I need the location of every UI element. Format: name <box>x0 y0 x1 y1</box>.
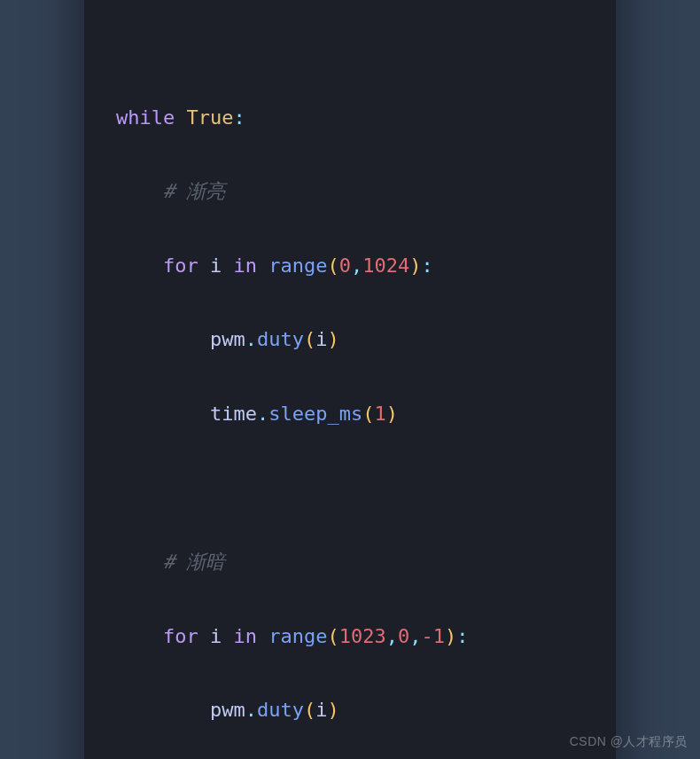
number: 1023 <box>339 625 386 647</box>
paren: ( <box>304 328 315 350</box>
space <box>175 106 186 129</box>
paren: ) <box>327 699 338 721</box>
code-block: pwm = PWM(Pin(1),freq = 1000) while True… <box>116 0 584 759</box>
paren: ) <box>327 328 338 350</box>
code-line: pwm.duty(i) <box>116 692 584 729</box>
number: 1024 <box>362 254 409 277</box>
number: 0 <box>398 625 409 647</box>
keyword: in <box>233 254 257 277</box>
identifier: i <box>315 328 327 350</box>
identifier: i <box>210 625 222 647</box>
paren: ( <box>304 699 315 721</box>
colon: : <box>233 106 245 129</box>
code-line: for i in range(1023,0,-1): <box>116 618 584 655</box>
colon: : <box>456 625 468 647</box>
watermark: CSDN @人才程序员 <box>570 734 688 750</box>
identifier: i <box>315 699 327 721</box>
keyword: for <box>163 254 198 277</box>
comma: , <box>351 254 362 277</box>
identifier: pwm <box>210 328 245 350</box>
dot: . <box>257 403 268 425</box>
paren: ) <box>409 254 421 277</box>
code-window: pwm = PWM(Pin(1),freq = 1000) while True… <box>84 0 616 759</box>
dot: . <box>245 328 257 350</box>
function-call: range <box>268 625 327 647</box>
number: -1 <box>421 625 445 647</box>
identifier: time <box>210 403 257 425</box>
identifier: i <box>210 254 222 277</box>
number: 1 <box>374 403 385 425</box>
colon: : <box>421 254 432 277</box>
paren: ( <box>327 625 338 647</box>
paren: ( <box>362 403 374 425</box>
blank-line <box>116 25 584 62</box>
keyword: in <box>233 625 257 647</box>
comment: # 渐亮 <box>163 180 226 202</box>
boolean: True <box>186 106 233 129</box>
code-line: # 渐亮 <box>116 173 584 210</box>
identifier: pwm <box>210 699 245 721</box>
comma: , <box>386 625 398 647</box>
code-line: while True: <box>116 99 584 137</box>
method: duty <box>257 328 304 350</box>
blank-line <box>116 470 584 507</box>
code-line: time.sleep_ms(1) <box>116 395 584 433</box>
paren: ) <box>386 403 398 425</box>
code-line: pwm.duty(i) <box>116 321 584 358</box>
comma: , <box>409 625 421 647</box>
paren: ) <box>445 625 456 647</box>
keyword: while <box>116 106 175 129</box>
code-line: for i in range(0,1024): <box>116 247 584 285</box>
method: duty <box>257 699 304 721</box>
dot: . <box>245 699 257 721</box>
keyword: for <box>163 625 198 647</box>
method: sleep_ms <box>268 403 362 425</box>
paren: ( <box>327 254 338 277</box>
function-call: range <box>268 254 327 277</box>
number: 0 <box>339 254 351 277</box>
comment: # 渐暗 <box>163 551 226 573</box>
code-line: # 渐暗 <box>116 544 584 581</box>
